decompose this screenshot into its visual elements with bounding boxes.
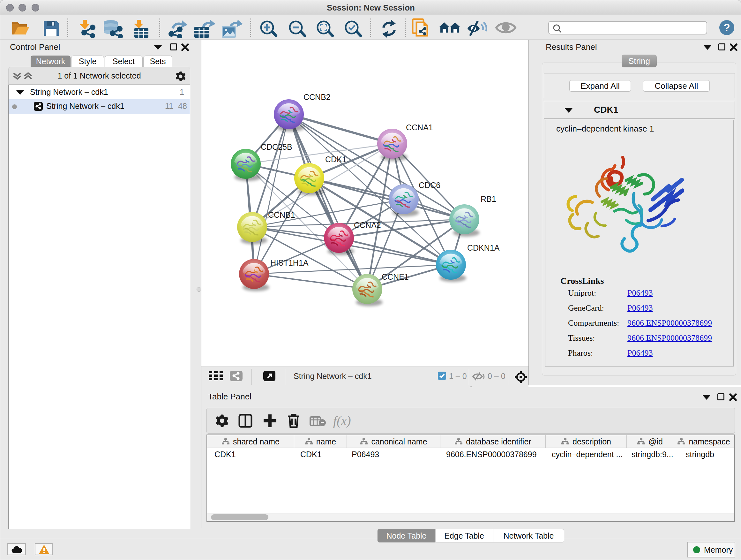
svg-text:RB1: RB1 <box>481 194 496 203</box>
svg-text:HIST1H1A: HIST1H1A <box>270 258 309 267</box>
svg-text:CDK1: CDK1 <box>325 155 347 164</box>
svg-text:CCNE1: CCNE1 <box>382 272 409 281</box>
svg-text:CDC6: CDC6 <box>419 181 441 190</box>
svg-text:CCNA1: CCNA1 <box>406 123 433 132</box>
svg-text:CCNB2: CCNB2 <box>304 92 331 102</box>
svg-text:CDC25B: CDC25B <box>261 142 292 151</box>
svg-text:CCNB1: CCNB1 <box>268 210 295 219</box>
svg-text:CCNA2: CCNA2 <box>354 221 381 230</box>
svg-text:CDKN1A: CDKN1A <box>467 243 500 252</box>
